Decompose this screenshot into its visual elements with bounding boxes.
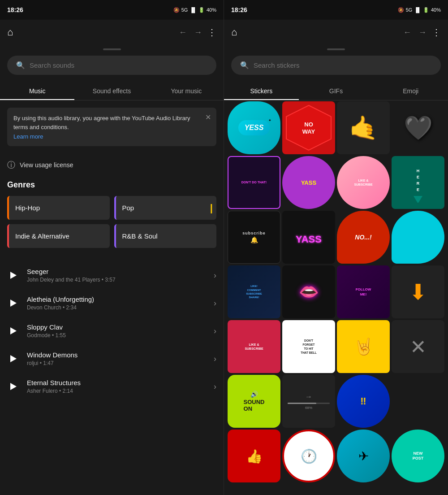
track-item-3[interactable]: Window Demons roljui • 1:47 › <box>0 345 224 373</box>
forward-icon-right[interactable]: → <box>418 28 426 37</box>
sticker-heart[interactable]: 🖤 <box>392 101 444 154</box>
genre-pop[interactable]: Pop | <box>114 196 217 220</box>
sticker-thumbsup[interactable]: 👍 <box>228 430 280 482</box>
sticker-row-5: LIKE &SUBSCRIBE DON'TFORGETTO HITTHAT BE… <box>224 319 448 374</box>
sticker-like-comment[interactable]: LIKE!COMMENTSUBSCRIBESHARE! <box>228 265 280 318</box>
genre-hip-hop[interactable]: Hip-Hop <box>7 196 110 220</box>
sticker-down-arrow[interactable]: ⬇ <box>392 265 444 318</box>
nav-icons-right: ← → <box>403 28 426 37</box>
bell-icon: 🔔 <box>250 236 258 243</box>
sticker-like-sub-red[interactable]: LIKE &SUBSCRIBE <box>228 320 280 373</box>
svg-text:E: E <box>417 187 419 192</box>
yess-text: YESS <box>245 124 264 131</box>
dontdothat-text: DON'T DO THAT! <box>240 178 268 186</box>
sticker-follow-me[interactable]: FOLLOWME! <box>337 265 390 318</box>
usage-license-row[interactable]: ⓘ View usage license <box>0 153 224 177</box>
sticker-noway[interactable]: NO WAY <box>282 101 335 154</box>
status-time-left: 18:26 <box>7 6 23 13</box>
home-icon-left[interactable]: ⌂ <box>7 26 13 38</box>
sticker-subscribe-bell[interactable]: subscribe 🔔 <box>228 211 280 264</box>
foam-finger-icon: 🤘 <box>353 337 374 356</box>
play-button-0[interactable] <box>7 269 20 282</box>
subscribe-bell-content: subscribe 🔔 <box>242 231 266 243</box>
info-icon: ⓘ <box>7 160 15 170</box>
left-content: By using this audio library, you agree w… <box>0 100 224 495</box>
notification-icon-right: 🔕 <box>398 7 404 13</box>
sticker-here[interactable]: H E R E <box>392 156 444 209</box>
sticker-neon-lips[interactable]: 👄 <box>282 265 335 318</box>
sticker-progress[interactable]: → 68% <box>282 375 335 428</box>
back-icon-right[interactable]: ← <box>403 28 411 37</box>
track-arrow-3[interactable]: › <box>214 354 216 364</box>
sound-icon: 🔊 <box>250 391 258 398</box>
search-sounds-bar[interactable]: 🔍 <box>7 56 216 75</box>
track-meta-3: roljui • 1:47 <box>27 360 207 366</box>
sticker-row-3: subscribe 🔔 YASS NO...! <box>224 210 448 265</box>
forward-icon-left[interactable]: → <box>194 28 202 37</box>
nav-icons-left: ← → <box>179 28 202 37</box>
track-arrow-4[interactable]: › <box>214 382 216 391</box>
sticker-yass-yellow[interactable]: YASS <box>282 156 335 209</box>
track-item-2[interactable]: Sloppy Clav Godmode • 1:55 › <box>0 317 224 345</box>
play-triangle-0 <box>10 272 17 279</box>
track-list: Seeger John Deley and the 41 Players • 3… <box>0 258 224 404</box>
back-icon-left[interactable]: ← <box>179 28 187 37</box>
sticker-new-post[interactable]: NEWPOST <box>392 430 444 482</box>
sticker-yass-neon[interactable]: YASS <box>282 211 335 264</box>
neon-lips-emoji: 👄 <box>299 282 319 301</box>
genre-indie[interactable]: Indie & Alternative <box>7 224 110 248</box>
sticker-like-subscribe-pink[interactable]: LIKE &SUBSCRIBE <box>337 156 390 209</box>
play-button-3[interactable] <box>7 352 20 365</box>
top-bar-right: ⌂ ← → ⋮ <box>224 20 448 45</box>
sticker-dontdothat[interactable]: DON'T DO THAT! <box>228 156 280 209</box>
svg-text:YASS: YASS <box>296 234 322 245</box>
left-panel: 18:26 🔕 5G ▐▌ 🔋 40% ⌂ ← → ⋮ 🔍 Music Soun… <box>0 0 224 495</box>
search-stickers-bar[interactable]: 🔍 <box>231 56 441 75</box>
genre-rnb[interactable]: R&B & Soul <box>114 224 217 248</box>
sticker-sound-on[interactable]: 🔊 SOUNDON <box>228 375 280 428</box>
sticker-dont-forget[interactable]: DON'TFORGETTO HITTHAT BELL <box>282 320 335 373</box>
track-info-4: Eternal Structures Asher Fulero • 2:14 <box>27 379 207 394</box>
sticker-yess[interactable]: YESS ✦ <box>228 101 280 154</box>
sticker-no-speech[interactable]: NO...! <box>337 211 390 264</box>
status-bar-left: 18:26 🔕 5G ▐▌ 🔋 40% <box>0 0 224 20</box>
play-button-1[interactable] <box>7 297 20 309</box>
search-stickers-input[interactable] <box>254 61 432 69</box>
learn-more-link[interactable]: Learn more <box>13 133 198 140</box>
track-arrow-1[interactable]: › <box>214 299 216 308</box>
tab-gifs[interactable]: GIFs <box>299 82 374 100</box>
sticker-cool-face[interactable]: 🤙 <box>337 101 390 154</box>
notice-close-button[interactable]: ✕ <box>205 113 211 122</box>
more-menu-right[interactable]: ⋮ <box>432 27 441 38</box>
tab-your-music[interactable]: Your music <box>149 82 224 100</box>
track-meta-0: John Deley and the 41 Players • 3:57 <box>27 277 207 283</box>
home-icon-right[interactable]: ⌂ <box>231 26 237 38</box>
svg-text:WAY: WAY <box>302 128 315 135</box>
play-button-2[interactable] <box>7 325 20 337</box>
sticker-row-1: YESS ✦ NO WAY 🤙 🖤 <box>224 100 448 155</box>
sticker-number-one[interactable]: 🤘 <box>337 320 390 373</box>
search-sounds-input[interactable] <box>30 61 207 69</box>
notice-text: By using this audio library, you agree w… <box>13 115 190 130</box>
sticker-clock[interactable]: 🕐 <box>282 430 335 482</box>
sticker-x-mark[interactable]: ✕ <box>392 320 444 373</box>
tab-music[interactable]: Music <box>0 82 74 100</box>
track-name-2: Sloppy Clav <box>27 323 207 331</box>
track-item-1[interactable]: Aletheia (Unforgetting) Devon Church • 2… <box>0 289 224 317</box>
more-menu-left[interactable]: ⋮ <box>207 27 216 38</box>
tab-emoji[interactable]: Emoji <box>373 82 448 100</box>
track-meta-1: Devon Church • 2:34 <box>27 304 207 311</box>
sticker-exclaim[interactable]: ‼ <box>337 375 390 428</box>
progress-bar-fill <box>288 403 316 404</box>
tab-stickers[interactable]: Stickers <box>224 82 299 100</box>
play-button-4[interactable] <box>7 380 20 393</box>
sticker-row-2: DON'T DO THAT! YASS LIKE &SUBSCRIBE H E … <box>224 155 448 210</box>
track-item-4[interactable]: Eternal Structures Asher Fulero • 2:14 › <box>0 373 224 400</box>
sticker-cyan-speech[interactable] <box>392 211 444 264</box>
tab-sound-effects[interactable]: Sound effects <box>74 82 149 100</box>
sticker-plane[interactable]: ✈ <box>337 430 390 482</box>
track-item-0[interactable]: Seeger John Deley and the 41 Players • 3… <box>0 261 224 289</box>
track-arrow-2[interactable]: › <box>214 326 216 336</box>
svg-marker-0 <box>286 105 331 150</box>
track-arrow-0[interactable]: › <box>214 271 216 280</box>
